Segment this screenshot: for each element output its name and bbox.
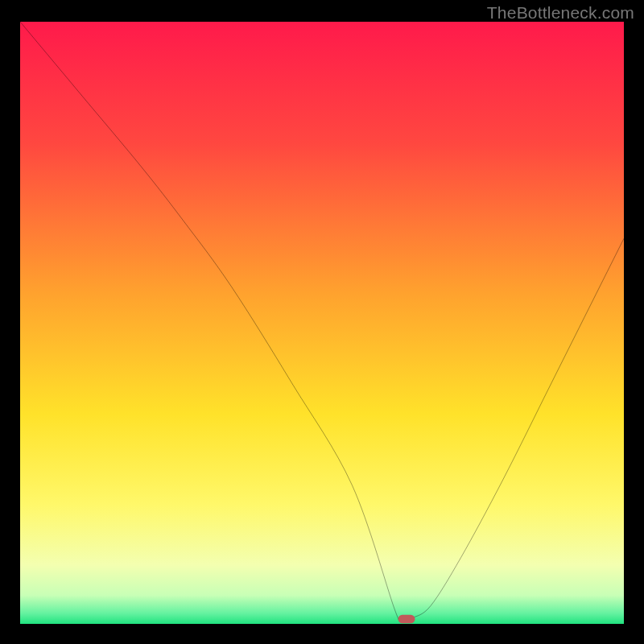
bottleneck-curve: [20, 22, 624, 624]
curve-line: [20, 22, 624, 621]
watermark-text: TheBottleneck.com: [487, 3, 634, 23]
plot-area: [20, 22, 624, 624]
chart-frame: TheBottleneck.com: [0, 0, 644, 644]
optimal-marker: [398, 615, 415, 623]
